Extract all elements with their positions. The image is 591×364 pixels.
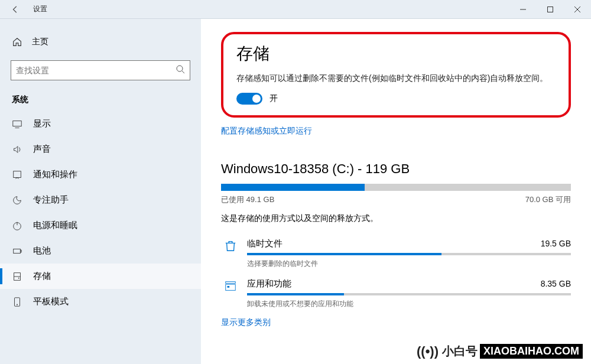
- storage-sense-toggle[interactable]: [236, 93, 262, 105]
- free-label: 70.0 GB 可用: [525, 194, 571, 205]
- sidebar-item-4[interactable]: 电源和睡眠: [0, 213, 201, 238]
- svg-point-4: [177, 66, 183, 72]
- sidebar: 主页 系统 显示声音通知和操作专注助手电源和睡眠电池存储平板模式: [0, 19, 201, 364]
- nav-icon: [12, 220, 24, 231]
- nav-label: 存储: [33, 271, 51, 282]
- nav-label: 电池: [33, 245, 51, 256]
- sidebar-item-2[interactable]: 通知和操作: [0, 162, 201, 187]
- nav-label: 声音: [33, 144, 51, 155]
- search-box[interactable]: [11, 60, 190, 80]
- nav-icon: [12, 271, 24, 282]
- close-button[interactable]: [564, 0, 591, 19]
- nav-icon: [12, 246, 24, 256]
- drive-title: Windows10-18358 (C:) - 119 GB: [221, 161, 571, 177]
- category-bar: [247, 253, 571, 255]
- category-size: 19.5 GB: [541, 239, 571, 248]
- content-area: 存储 存储感知可以通过删除不需要的文件(例如临时文件和回收站中的内容)自动释放空…: [201, 19, 591, 364]
- nav-icon: [12, 144, 24, 155]
- category-icon: [221, 278, 240, 292]
- svg-rect-18: [226, 282, 236, 284]
- highlight-box: 存储 存储感知可以通过删除不需要的文件(例如临时文件和回收站中的内容)自动释放空…: [221, 32, 571, 118]
- minimize-button[interactable]: [509, 0, 537, 19]
- maximize-button[interactable]: [537, 0, 564, 19]
- category-icon: [221, 238, 240, 252]
- sidebar-section-header: 系统: [0, 86, 201, 111]
- nav-icon: [12, 170, 24, 180]
- back-button[interactable]: [8, 5, 22, 14]
- used-label: 已使用 49.1 GB: [221, 194, 274, 205]
- nav-label: 通知和操作: [33, 169, 77, 180]
- storage-category[interactable]: 临时文件19.5 GB选择要删除的临时文件: [221, 235, 571, 275]
- nav-icon: [12, 195, 24, 206]
- sidebar-item-3[interactable]: 专注助手: [0, 187, 201, 213]
- category-size: 8.35 GB: [541, 279, 571, 288]
- svg-rect-19: [226, 284, 236, 290]
- category-name: 临时文件: [247, 238, 282, 249]
- sidebar-item-0[interactable]: 显示: [0, 111, 201, 136]
- nav-icon: [12, 119, 24, 129]
- svg-rect-12: [20, 250, 21, 252]
- nav-label: 显示: [33, 118, 51, 129]
- svg-rect-11: [14, 249, 21, 253]
- svg-rect-6: [13, 121, 21, 126]
- category-bar: [247, 293, 571, 295]
- nav-label: 平板模式: [33, 296, 69, 307]
- window-title: 设置: [33, 4, 47, 14]
- sidebar-home[interactable]: 主页: [0, 32, 201, 52]
- sidebar-item-7[interactable]: 平板模式: [0, 289, 201, 314]
- svg-rect-8: [14, 171, 21, 177]
- svg-rect-1: [548, 6, 553, 12]
- nav-label: 专注助手: [33, 194, 69, 206]
- antenna-icon: ((•)): [417, 344, 439, 359]
- category-subtext: 选择要删除的临时文件: [247, 259, 571, 269]
- page-title: 存储: [236, 43, 556, 65]
- show-more-categories-link[interactable]: 显示更多类别: [221, 317, 571, 328]
- svg-point-17: [17, 304, 18, 305]
- drive-usage-bar: [221, 184, 571, 191]
- nav-icon: [12, 297, 24, 307]
- storage-sense-description: 存储感知可以通过删除不需要的文件(例如临时文件和回收站中的内容)自动释放空间。: [236, 72, 556, 84]
- nav-label: 电源和睡眠: [33, 220, 77, 231]
- watermark: ((•)) 小白号 XIAOBAIHAO.COM: [417, 343, 583, 359]
- category-subtext: 卸载未使用或不想要的应用和功能: [247, 299, 571, 309]
- sidebar-item-6[interactable]: 存储: [0, 264, 201, 289]
- svg-line-5: [182, 71, 184, 73]
- sidebar-item-1[interactable]: 声音: [0, 136, 201, 162]
- svg-rect-20: [228, 286, 230, 288]
- sidebar-item-5[interactable]: 电池: [0, 238, 201, 264]
- search-icon: [176, 64, 185, 76]
- toggle-label: 开: [269, 93, 278, 104]
- storage-category[interactable]: 应用和功能8.35 GB卸载未使用或不想要的应用和功能: [221, 275, 571, 315]
- svg-point-15: [18, 277, 20, 278]
- sidebar-home-label: 主页: [32, 37, 48, 47]
- configure-storage-sense-link[interactable]: 配置存储感知或立即运行: [221, 126, 571, 136]
- home-icon: [12, 37, 24, 47]
- storage-breakdown-desc: 这是存储的使用方式以及空间的释放方式。: [221, 213, 571, 224]
- category-name: 应用和功能: [247, 278, 291, 290]
- search-input[interactable]: [16, 66, 176, 75]
